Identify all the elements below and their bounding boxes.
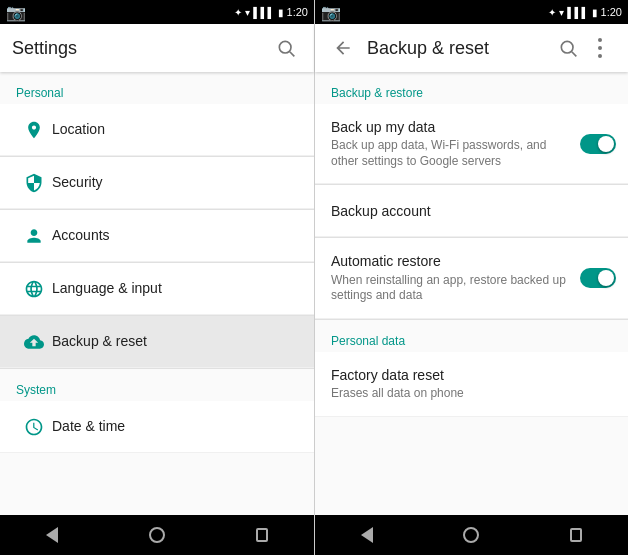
factory-reset-subtitle: Erases all data on phone <box>331 386 612 402</box>
backup-my-data-text: Back up my data Back up app data, Wi-Fi … <box>331 118 572 169</box>
backup-account-item[interactable]: Backup account <box>315 185 628 237</box>
auto-restore-text: Automatic restore When reinstalling an a… <box>331 252 572 303</box>
auto-restore-toggle[interactable] <box>580 268 616 288</box>
notification-icon-r2: ⬇ <box>344 3 357 22</box>
auto-restore-subtitle: When reinstalling an app, restore backed… <box>331 273 572 304</box>
settings-list: Personal Location Security <box>0 72 314 515</box>
security-text: Security <box>52 173 298 191</box>
notification-icon2: ⬇ <box>29 3 42 22</box>
recent-icon-right <box>570 528 582 542</box>
left-panel: 📷 ⬇ ✦ ▾ ▌▌▌ ▮ 1:20 Settings Personal <box>0 0 314 555</box>
nav-recent-button[interactable] <box>238 519 286 551</box>
datetime-title: Date & time <box>52 417 298 435</box>
location-icon-wrapper <box>16 120 52 140</box>
backup-my-data-title: Back up my data <box>331 118 572 136</box>
search-button-right[interactable] <box>552 32 584 64</box>
sidebar-item-datetime[interactable]: Date & time <box>0 401 314 453</box>
backup-my-data-toggle[interactable] <box>580 134 616 154</box>
auto-restore-item[interactable]: Automatic restore When reinstalling an a… <box>315 238 628 318</box>
battery-icon-r: ▮ <box>592 7 598 18</box>
datetime-icon-wrapper <box>16 417 52 437</box>
svg-point-5 <box>598 46 602 50</box>
backup-account-text: Backup account <box>331 202 612 220</box>
svg-point-4 <box>598 38 602 42</box>
settings-toolbar: Settings <box>0 24 314 72</box>
svg-line-1 <box>290 52 295 57</box>
language-text: Language & input <box>52 279 298 297</box>
location-text: Location <box>52 120 298 138</box>
time-display-right: 1:20 <box>601 6 622 18</box>
battery-icon: ▮ <box>278 7 284 18</box>
status-icons-right2: ✦ ▾ ▌▌▌ ▮ 1:20 <box>548 6 622 18</box>
wifi-icon-r: ▾ <box>559 7 564 18</box>
backup-my-data-item[interactable]: Back up my data Back up app data, Wi-Fi … <box>315 104 628 184</box>
notification-icon-r: 📷 <box>321 3 341 22</box>
recent-icon <box>256 528 268 542</box>
backup-my-data-subtitle: Back up app data, Wi-Fi passwords, and o… <box>331 138 572 169</box>
nav-back-button[interactable] <box>28 519 76 551</box>
language-title: Language & input <box>52 279 298 297</box>
svg-line-3 <box>572 52 577 57</box>
bluetooth-icon-r: ✦ <box>548 7 556 18</box>
backup-list: Backup & restore Back up my data Back up… <box>315 72 628 515</box>
security-title: Security <box>52 173 298 191</box>
accounts-title: Accounts <box>52 226 298 244</box>
personal-data-section-label: Personal data <box>315 320 628 352</box>
backup-icon-wrapper <box>16 332 52 352</box>
signal-icon-r: ▌▌▌ <box>567 7 588 18</box>
backup-text: Backup & reset <box>52 332 298 350</box>
auto-restore-title: Automatic restore <box>331 252 572 270</box>
section-system-label: System <box>0 369 314 401</box>
more-options-button[interactable] <box>584 32 616 64</box>
back-button[interactable] <box>327 32 359 64</box>
home-icon <box>149 527 165 543</box>
sidebar-item-location[interactable]: Location <box>0 104 314 156</box>
factory-reset-text: Factory data reset Erases all data on ph… <box>331 366 612 402</box>
nav-bar-left <box>0 515 314 555</box>
signal-icon: ▌▌▌ <box>253 7 274 18</box>
nav-bar-right <box>315 515 628 555</box>
notification-icons: 📷 ⬇ <box>6 3 42 22</box>
back-icon-right <box>361 527 373 543</box>
backup-toolbar: Backup & reset <box>315 24 628 72</box>
notification-icon: 📷 <box>6 3 26 22</box>
nav-home-button[interactable] <box>133 519 181 551</box>
bluetooth-icon: ✦ <box>234 7 242 18</box>
status-icons-right: ✦ ▾ ▌▌▌ ▮ 1:20 <box>234 6 308 18</box>
svg-point-0 <box>279 41 291 53</box>
back-icon <box>46 527 58 543</box>
language-icon-wrapper <box>16 279 52 299</box>
backup-account-title: Backup account <box>331 202 612 220</box>
right-panel: 📷 ⬇ ✦ ▾ ▌▌▌ ▮ 1:20 Backup & reset <box>314 0 628 555</box>
sidebar-item-language[interactable]: Language & input <box>0 263 314 315</box>
nav-recent-button-right[interactable] <box>552 519 600 551</box>
location-title: Location <box>52 120 298 138</box>
accounts-icon-wrapper <box>16 226 52 246</box>
home-icon-right <box>463 527 479 543</box>
nav-home-button-right[interactable] <box>447 519 495 551</box>
factory-reset-item[interactable]: Factory data reset Erases all data on ph… <box>315 352 628 417</box>
section-personal-label: Personal <box>0 72 314 104</box>
factory-reset-title: Factory data reset <box>331 366 612 384</box>
status-bar-left: 📷 ⬇ ✦ ▾ ▌▌▌ ▮ 1:20 <box>0 0 314 24</box>
accounts-text: Accounts <box>52 226 298 244</box>
svg-point-2 <box>561 41 573 53</box>
nav-back-button-right[interactable] <box>343 519 391 551</box>
security-icon-wrapper <box>16 173 52 193</box>
datetime-text: Date & time <box>52 417 298 435</box>
time-display: 1:20 <box>287 6 308 18</box>
backup-title: Backup & reset <box>52 332 298 350</box>
backup-restore-section-label: Backup & restore <box>315 72 628 104</box>
svg-point-6 <box>598 54 602 58</box>
backup-panel-title: Backup & reset <box>367 38 552 59</box>
settings-title: Settings <box>12 38 270 59</box>
sidebar-item-accounts[interactable]: Accounts <box>0 210 314 262</box>
notification-icons-right: 📷 ⬇ <box>321 3 357 22</box>
status-bar-right: 📷 ⬇ ✦ ▾ ▌▌▌ ▮ 1:20 <box>315 0 628 24</box>
wifi-icon: ▾ <box>245 7 250 18</box>
sidebar-item-backup[interactable]: Backup & reset <box>0 316 314 368</box>
sidebar-item-security[interactable]: Security <box>0 157 314 209</box>
search-button[interactable] <box>270 32 302 64</box>
